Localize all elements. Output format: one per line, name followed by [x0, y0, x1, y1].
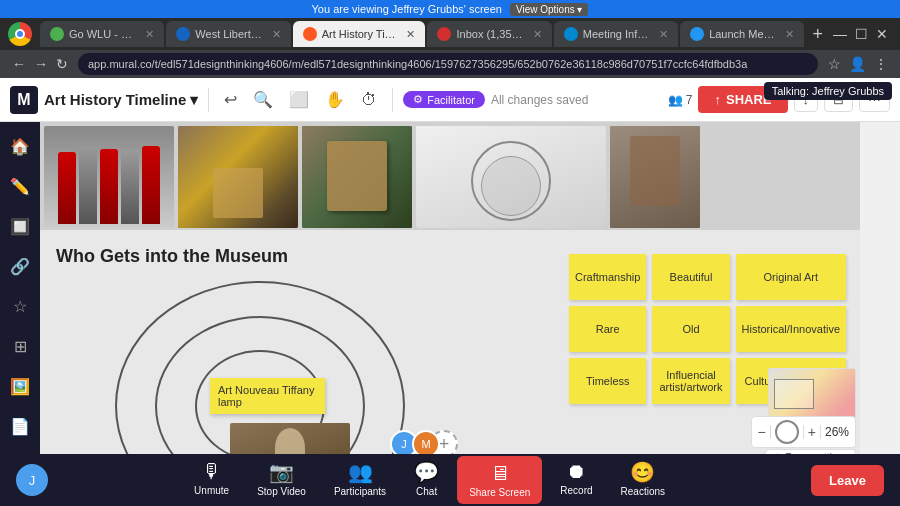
app-title-text: Art History Timeline — [44, 91, 186, 108]
zoom-out-button[interactable]: − — [758, 424, 766, 440]
profile-button[interactable]: 👤 — [845, 56, 870, 72]
record-button[interactable]: ⏺ Record — [550, 456, 602, 504]
zoom-separator — [803, 425, 804, 439]
app-title-button[interactable]: Art History Timeline ▾ — [44, 91, 198, 109]
card-old[interactable]: Old — [652, 306, 729, 352]
unmute-button[interactable]: 🎙 Unmute — [184, 456, 239, 504]
camera-icon: 📷 — [269, 460, 294, 484]
undo-button[interactable]: ↩ — [219, 86, 242, 113]
tab-close-icon[interactable]: ✕ — [659, 28, 668, 41]
share-screen-icon: 🖥 — [490, 462, 510, 485]
address-bar[interactable] — [78, 53, 818, 75]
tab-close-icon[interactable]: ✕ — [145, 28, 154, 41]
stop-video-button[interactable]: 📷 Stop Video — [247, 456, 316, 504]
tab-label: Meeting Information... — [583, 28, 654, 40]
unmute-label: Unmute — [194, 485, 229, 496]
tab-close-icon[interactable]: ✕ — [533, 28, 542, 41]
reactions-label: Reactions — [621, 486, 665, 497]
left-sidebar: 🏠 ✏️ 🔲 🔗 ☆ ⊞ 🖼️ 📄 — [0, 122, 40, 506]
tab-favicon — [564, 27, 578, 41]
tab-launch-meeting[interactable]: Launch Meeting - Z... ✕ — [680, 21, 804, 47]
share-icon: ↑ — [714, 92, 721, 107]
tab-close-icon[interactable]: ✕ — [272, 28, 281, 41]
select-button[interactable]: ⬜ — [284, 86, 314, 113]
maximize-button[interactable]: ☐ — [851, 26, 872, 42]
user-info: J — [16, 464, 48, 496]
microphone-icon: 🎙 — [202, 460, 222, 483]
video-toolbar: J 🎙 Unmute 📷 Stop Video 👥 Participants 💬… — [0, 454, 900, 506]
sidebar-shapes-button[interactable]: 🔲 — [4, 210, 36, 242]
tab-favicon — [50, 27, 64, 41]
timer-button[interactable]: ⏱ — [356, 87, 382, 113]
tab-close-icon[interactable]: ✕ — [406, 28, 415, 41]
hand-button[interactable]: ✋ — [320, 86, 350, 113]
book-image — [302, 126, 412, 228]
sidebar-home-button[interactable]: 🏠 — [4, 130, 36, 162]
zoom-circle — [775, 420, 799, 444]
image-strip — [40, 122, 860, 230]
vangogh-image — [178, 126, 298, 228]
chat-button[interactable]: 💬 Chat — [404, 456, 449, 504]
tab-art-history[interactable]: Art History Timeline... ✕ — [293, 21, 426, 47]
cocacola-image — [44, 126, 174, 228]
close-window-button[interactable]: ✕ — [872, 26, 892, 42]
back-button[interactable]: ← — [8, 56, 30, 72]
zoom-in-button[interactable]: + — [808, 424, 816, 440]
sticky-note[interactable]: Art Nouveau Tiffany lamp — [210, 378, 325, 414]
extensions-button[interactable]: ⋮ — [870, 56, 892, 72]
reactions-button[interactable]: 😊 Reactions — [611, 456, 675, 504]
card-original-art[interactable]: Original Art — [736, 254, 846, 300]
card-rare[interactable]: Rare — [569, 306, 646, 352]
participants-button[interactable]: 👥 7 — [668, 93, 693, 107]
card-label: Timeless — [586, 375, 630, 387]
facilitator-badge[interactable]: ⚙ Facilitator — [403, 91, 485, 108]
view-options-button[interactable]: View Options ▾ — [510, 3, 589, 16]
card-label: Old — [682, 323, 699, 335]
new-tab-button[interactable]: + — [806, 24, 829, 45]
video-controls: 🎙 Unmute 📷 Stop Video 👥 Participants 💬 C… — [184, 456, 675, 504]
forward-button[interactable]: → — [30, 56, 52, 72]
leave-button[interactable]: Leave — [811, 465, 884, 496]
share-screen-button[interactable]: 🖥 Share Screen — [457, 456, 542, 504]
tab-meeting-info[interactable]: Meeting Information... ✕ — [554, 21, 678, 47]
notification-bar: You are viewing Jeffrey Grubbs' screen V… — [0, 0, 900, 18]
gear-icon: ⚙ — [413, 93, 423, 106]
tab-favicon — [690, 27, 704, 41]
sidebar-image-button[interactable]: 🖼️ — [4, 370, 36, 402]
zoom-level: 26% — [825, 425, 849, 439]
card-label: Craftmanship — [575, 271, 640, 283]
talking-text: Talking: Jeffrey Grubbs — [772, 85, 884, 97]
sidebar-grid-button[interactable]: ⊞ — [4, 330, 36, 362]
card-timeless[interactable]: Timeless — [569, 358, 646, 404]
bookmark-button[interactable]: ☆ — [824, 56, 845, 72]
sidebar-star-button[interactable]: ☆ — [4, 290, 36, 322]
tab-label: Go WLU - West Lib... — [69, 28, 140, 40]
card-historical[interactable]: Historical/Innovative — [736, 306, 846, 352]
reload-button[interactable]: ↻ — [52, 56, 72, 72]
minimize-button[interactable]: — — [829, 26, 851, 42]
tab-west-liberty[interactable]: West Liberty : ART-... ✕ — [166, 21, 290, 47]
sketch-image — [416, 126, 606, 228]
tab-favicon — [437, 27, 451, 41]
card-influential[interactable]: Influencial artist/artwork — [652, 358, 729, 404]
portrait-image — [610, 126, 700, 228]
talking-badge: Talking: Jeffrey Grubbs — [764, 82, 892, 100]
sidebar-edit-button[interactable]: ✏️ — [4, 170, 36, 202]
card-beautiful[interactable]: Beautiful — [652, 254, 729, 300]
tab-label: West Liberty : ART-... — [195, 28, 266, 40]
sticky-note-text: Art Nouveau Tiffany lamp — [218, 384, 314, 408]
participants-icon: 👥 — [348, 460, 373, 484]
sidebar-link-button[interactable]: 🔗 — [4, 250, 36, 282]
user-avatar: J — [16, 464, 48, 496]
tab-close-icon[interactable]: ✕ — [785, 28, 794, 41]
card-craftmanship[interactable]: Craftmanship — [569, 254, 646, 300]
zoom-controls: − + 26% — [751, 416, 856, 448]
tab-go-wlu[interactable]: Go WLU - West Lib... ✕ — [40, 21, 164, 47]
dropdown-icon: ▾ — [190, 91, 198, 109]
main-canvas[interactable]: Who Gets into the Museum Art Nouveau Tif… — [40, 122, 860, 506]
participants-video-button[interactable]: 👥 Participants — [324, 456, 396, 504]
tab-inbox[interactable]: Inbox (1,353) - jeffre... ✕ — [427, 21, 551, 47]
card-label: Beautiful — [670, 271, 713, 283]
search-button[interactable]: 🔍 — [248, 86, 278, 113]
sidebar-doc-button[interactable]: 📄 — [4, 410, 36, 442]
